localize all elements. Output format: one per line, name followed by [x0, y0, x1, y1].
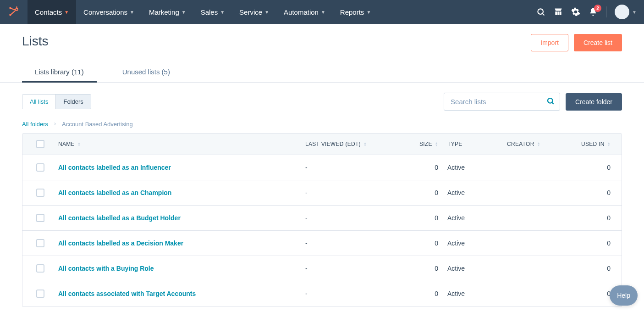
- account-menu[interactable]: ▼: [615, 5, 637, 19]
- row-name-cell: All contacts labelled as an Champion: [58, 189, 305, 196]
- row-checkbox[interactable]: [36, 290, 44, 298]
- row-size: 0: [397, 214, 447, 222]
- app-logo[interactable]: [0, 6, 28, 18]
- list-name-link[interactable]: All contacts labelled as a Budget Holder: [58, 214, 181, 222]
- marketplace-icon[interactable]: [554, 7, 563, 17]
- help-label: Help: [617, 292, 630, 299]
- row-type: Active: [447, 240, 507, 247]
- settings-icon[interactable]: [571, 7, 580, 17]
- chevron-down-icon: ▼: [366, 10, 371, 15]
- nav-item-label: Contacts: [35, 8, 62, 16]
- column-used-in[interactable]: USED IN ▲▼: [576, 140, 622, 148]
- sort-icon: ▲▼: [435, 142, 438, 146]
- column-last-viewed[interactable]: LAST VIEWED (EDT) ▲▼: [305, 140, 397, 148]
- column-name[interactable]: NAME ▲▼: [58, 140, 305, 148]
- help-button[interactable]: Help: [610, 285, 638, 306]
- row-checkbox[interactable]: [36, 163, 44, 172]
- row-used-in: 0: [576, 214, 622, 222]
- hubspot-logo-icon: [8, 6, 20, 18]
- row-type: Active: [447, 214, 507, 222]
- nav-item-service[interactable]: Service▼: [232, 0, 276, 24]
- column-name-label: NAME: [58, 141, 75, 147]
- row-size: 0: [397, 189, 447, 196]
- select-all-column: [22, 140, 58, 148]
- column-size[interactable]: SIZE ▲▼: [397, 140, 447, 148]
- segment-folders[interactable]: Folders: [56, 95, 90, 109]
- chevron-right-icon: [53, 121, 57, 128]
- chevron-down-icon: ▼: [182, 10, 186, 15]
- create-list-button[interactable]: Create list: [574, 34, 622, 51]
- nav-item-label: Marketing: [149, 8, 179, 16]
- svg-rect-4: [16, 6, 17, 8]
- row-checkbox[interactable]: [36, 239, 44, 247]
- create-folder-button[interactable]: Create folder: [566, 93, 622, 111]
- row-size: 0: [397, 265, 447, 272]
- row-last-viewed: -: [305, 164, 397, 171]
- table-header: NAME ▲▼ LAST VIEWED (EDT) ▲▼ SIZE ▲▼ TYP…: [22, 134, 622, 155]
- search-input[interactable]: [444, 93, 560, 111]
- tab-1[interactable]: Unused lists (5): [110, 62, 183, 82]
- table-row: All contacts labelled as a Decision Make…: [22, 231, 622, 256]
- row-checkbox-cell: [22, 239, 58, 247]
- row-last-viewed: -: [305, 240, 397, 247]
- row-used-in: 0: [576, 240, 622, 247]
- breadcrumb-current: Account Based Advertising: [62, 121, 133, 128]
- tab-0[interactable]: Lists library (11): [22, 62, 97, 82]
- notification-badge: 2: [594, 5, 601, 12]
- import-button[interactable]: Import: [531, 34, 568, 51]
- list-name-link[interactable]: All contacts labelled as an Champion: [58, 189, 171, 196]
- row-checkbox-cell: [22, 189, 58, 197]
- row-last-viewed: -: [305, 265, 397, 272]
- chevron-down-icon: ▼: [321, 10, 325, 15]
- segment-all-lists[interactable]: All lists: [22, 95, 56, 109]
- row-used-in: 0: [576, 164, 622, 171]
- nav-item-sales[interactable]: Sales▼: [193, 0, 232, 24]
- row-checkbox-cell: [22, 163, 58, 172]
- row-size: 0: [397, 164, 447, 171]
- row-checkbox[interactable]: [36, 264, 44, 273]
- select-all-checkbox[interactable]: [36, 140, 44, 148]
- tabs: Lists library (11)Unused lists (5): [0, 62, 644, 83]
- list-name-link[interactable]: All contacts labelled as an Influencer: [58, 164, 171, 171]
- sort-icon: ▲▼: [77, 142, 81, 146]
- chevron-down-icon: ▼: [220, 10, 225, 15]
- nav-item-label: Conversations: [83, 8, 127, 16]
- table-body: All contacts labelled as an Influencer-0…: [22, 155, 622, 306]
- row-name-cell: All contacts labelled as a Budget Holder: [58, 214, 305, 222]
- row-checkbox[interactable]: [36, 214, 44, 222]
- nav-item-label: Service: [239, 8, 262, 16]
- search-icon[interactable]: [536, 7, 545, 17]
- list-name-link[interactable]: All contacts labelled as a Decision Make…: [58, 240, 183, 247]
- column-type[interactable]: TYPE: [447, 140, 507, 148]
- top-nav-right: 2 ▼: [536, 0, 644, 24]
- list-name-link[interactable]: All contacts with a Buying Role: [58, 265, 154, 272]
- table-row: All contacts labelled as a Budget Holder…: [22, 206, 622, 231]
- nav-item-automation[interactable]: Automation▼: [276, 0, 333, 24]
- nav-item-contacts[interactable]: Contacts▼: [28, 0, 76, 24]
- list-name-link[interactable]: All contacts associated with Target Acco…: [58, 290, 196, 297]
- row-last-viewed: -: [305, 290, 397, 297]
- chevron-down-icon: ▼: [64, 10, 69, 15]
- row-checkbox-cell: [22, 290, 58, 298]
- breadcrumb-root[interactable]: All folders: [22, 121, 48, 128]
- row-type: Active: [447, 290, 507, 297]
- notifications-icon[interactable]: 2: [589, 7, 598, 17]
- row-checkbox[interactable]: [36, 189, 44, 197]
- svg-point-1: [16, 9, 17, 10]
- column-type-label: TYPE: [447, 141, 462, 147]
- column-last-viewed-label: LAST VIEWED (EDT): [305, 141, 361, 147]
- nav-item-label: Reports: [340, 8, 364, 16]
- svg-rect-7: [555, 11, 557, 15]
- nav-item-reports[interactable]: Reports▼: [333, 0, 378, 24]
- column-creator[interactable]: CREATOR ▲▼: [507, 140, 576, 148]
- row-type: Active: [447, 164, 507, 171]
- table-row: All contacts associated with Target Acco…: [22, 281, 622, 306]
- sort-icon: ▲▼: [607, 142, 611, 146]
- table-row: All contacts with a Buying Role-0Active0: [22, 256, 622, 281]
- table-row: All contacts labelled as an Influencer-0…: [22, 155, 622, 180]
- svg-line-6: [543, 14, 545, 16]
- row-last-viewed: -: [305, 189, 397, 196]
- nav-item-marketing[interactable]: Marketing▼: [142, 0, 193, 24]
- nav-item-conversations[interactable]: Conversations▼: [76, 0, 142, 24]
- svg-rect-8: [557, 11, 559, 15]
